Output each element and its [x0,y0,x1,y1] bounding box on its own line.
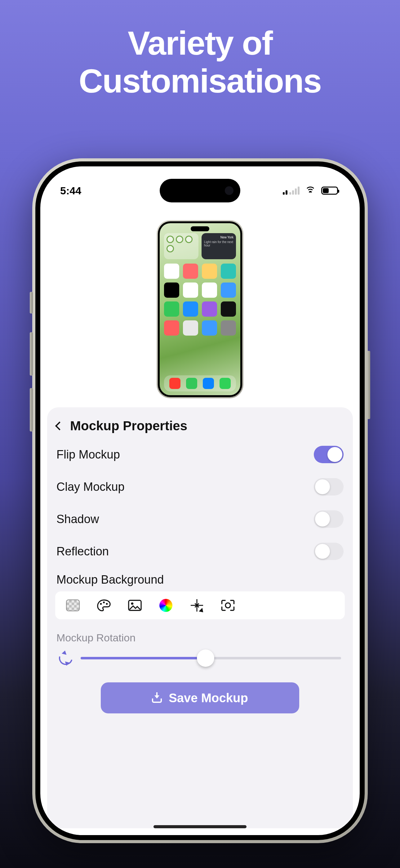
toggle-reflection[interactable] [314,542,343,560]
device-side-button [30,388,33,432]
preview-widget-weather: New York Light rain for the next hour [202,233,236,259]
camera-icon [221,598,235,612]
row-reflection: Reflection [47,535,353,567]
device-side-button [30,332,33,376]
mockup-preview[interactable]: New York Light rain for the next hour [40,216,360,402]
preview-app-grid [164,264,236,336]
preview-widget-rings [164,233,198,259]
rotation-section-label: Mockup Rotation [47,619,353,651]
row-label: Shadow [57,513,99,526]
bg-option-palette[interactable] [97,599,111,612]
wifi-icon [305,187,316,195]
image-icon [128,599,142,612]
toggle-shadow[interactable] [314,510,343,528]
download-icon [152,693,162,703]
hero-title: Variety of Customisations [0,24,400,100]
bg-option-image[interactable] [128,599,142,612]
reset-rotation-button[interactable] [57,649,75,668]
save-button-label: Save Mockup [169,691,248,705]
toggle-flip-mockup[interactable] [314,446,343,463]
toggle-clay-mockup[interactable] [314,478,343,495]
device-frame: 5:44 [32,158,368,843]
status-time: 5:44 [60,185,81,197]
svg-point-5 [226,603,230,608]
bg-option-color-wheel[interactable] [159,599,173,612]
bg-option-camera[interactable] [221,599,235,612]
row-label: Clay Mockup [57,480,125,494]
hero-line-1: Variety of [0,24,400,62]
row-label: Flip Mockup [57,448,120,461]
svg-point-2 [106,603,108,605]
bg-option-magic[interactable] [190,599,204,612]
panel-title: Mockup Properties [70,418,187,433]
slider-fill [80,657,206,659]
device-side-button [367,351,370,419]
rotation-slider[interactable] [80,657,341,659]
device-side-button [30,292,33,314]
transparent-icon [66,599,80,611]
background-section-label: Mockup Background [47,567,353,591]
svg-point-0 [100,603,102,605]
svg-point-4 [131,602,134,605]
row-clay-mockup: Clay Mockup [47,471,353,503]
background-options [55,591,345,619]
cellular-icon [283,187,300,195]
back-button[interactable] [55,422,64,430]
color-wheel-icon [159,599,172,612]
save-mockup-button[interactable]: Save Mockup [101,682,299,713]
bg-option-transparent[interactable] [66,599,80,612]
row-flip-mockup: Flip Mockup [47,438,353,471]
magic-icon [191,599,203,612]
battery-icon [321,187,338,195]
device-screen: 5:44 [40,166,360,835]
properties-panel: Mockup Properties Flip Mockup Clay Mocku… [47,407,353,828]
hero-line-2: Customisations [0,62,400,100]
preview-dock [164,375,236,392]
palette-icon [97,599,111,612]
slider-knob[interactable] [197,649,214,667]
row-label: Reflection [57,545,109,558]
status-bar: 5:44 [40,181,360,200]
home-indicator[interactable] [154,825,246,828]
row-shadow: Shadow [47,503,353,535]
svg-point-1 [103,602,105,603]
